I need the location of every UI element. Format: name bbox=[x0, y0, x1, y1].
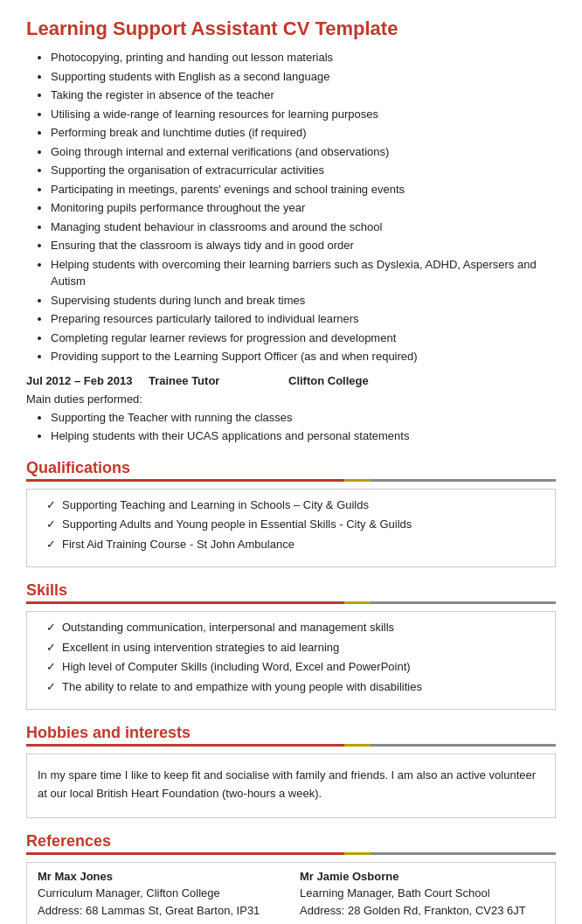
duty-item: Participating in meetings, parents' even… bbox=[51, 181, 556, 198]
duty-item: Providing support to the Learning Suppor… bbox=[51, 348, 556, 365]
duty-item: Taking the register in absence of the te… bbox=[51, 87, 556, 104]
ref2-name: Mr Jamie Osborne bbox=[300, 870, 544, 883]
reference-col-1: Mr Max Jones Curriculum Manager, Clifton… bbox=[38, 870, 282, 924]
duty-item: Performing break and lunchtime duties (i… bbox=[51, 124, 556, 142]
ref2-role: Learning Manager, Bath Court School bbox=[300, 885, 544, 903]
references-section: Mr Max Jones Curriculum Manager, Clifton… bbox=[26, 862, 556, 924]
sub-duty-item: Helping students with their UCAS applica… bbox=[51, 427, 556, 445]
duties-intro-label: Main duties performed: bbox=[26, 393, 556, 406]
duty-item: Ensuring that the classroom is always ti… bbox=[51, 237, 556, 254]
skill-item: The ability to relate to and empathize w… bbox=[46, 678, 544, 696]
job-title: Trainee Tutor bbox=[149, 374, 288, 387]
qualifications-heading: Qualifications bbox=[26, 459, 556, 477]
page-title: Learning Support Assistant CV Template bbox=[26, 17, 556, 40]
job-org: Clifton College bbox=[288, 374, 369, 387]
skills-list: Outstanding communication, interpersonal… bbox=[38, 619, 544, 695]
duty-item: Utilising a wide-range of learning resou… bbox=[51, 106, 556, 123]
sub-duties-list: Supporting the Teacher with running the … bbox=[26, 409, 556, 445]
qualification-item: First Aid Training Course - St John Ambu… bbox=[46, 536, 544, 553]
hobbies-text: In my spare time I like to keep fit and … bbox=[38, 767, 544, 803]
ref2-tel: Tel: 0253 777 3795 bbox=[300, 921, 544, 924]
duty-item: Supporting students with English as a se… bbox=[51, 68, 556, 86]
duty-item: Supervising students during lunch and br… bbox=[51, 292, 556, 309]
skills-box: Outstanding communication, interpersonal… bbox=[26, 611, 556, 710]
reference-col-2: Mr Jamie Osborne Learning Manager, Bath … bbox=[300, 870, 544, 924]
job-entry: Jul 2012 – Feb 2013 Trainee Tutor Clifto… bbox=[26, 374, 556, 387]
qualifications-divider bbox=[26, 479, 556, 482]
qualification-item: Supporting Teaching and Learning in Scho… bbox=[46, 497, 544, 514]
skill-item: High level of Computer Skills (including… bbox=[46, 658, 544, 676]
skills-divider bbox=[26, 601, 556, 604]
ref1-address: Address: 68 Lammas St, Great Barton, IP3… bbox=[38, 902, 282, 924]
skill-item: Excellent in using intervention strategi… bbox=[46, 639, 544, 657]
skill-item: Outstanding communication, interpersonal… bbox=[46, 619, 544, 636]
hobbies-heading: Hobbies and interests bbox=[26, 724, 556, 742]
duty-item: Monitoring pupils performance throughout… bbox=[51, 199, 556, 217]
job-dates: Jul 2012 – Feb 2013 bbox=[26, 374, 149, 387]
duty-item: Supporting the organisation of extracurr… bbox=[51, 162, 556, 179]
sub-duty-item: Supporting the Teacher with running the … bbox=[51, 409, 556, 427]
duty-item: Completing regular learner reviews for p… bbox=[51, 330, 556, 347]
duty-item: Preparing resources particularly tailore… bbox=[51, 310, 556, 328]
duty-item: Photocopying, printing and handing out l… bbox=[51, 49, 556, 66]
qualification-item: Supporting Adults and Young people in Es… bbox=[46, 516, 544, 533]
ref1-role: Curriculum Manager, Clifton College bbox=[38, 885, 282, 903]
references-divider bbox=[26, 852, 556, 855]
ref2-address: Address: 28 Golden Rd, Frankton, CV23 6J… bbox=[300, 902, 544, 921]
hobbies-box: In my spare time I like to keep fit and … bbox=[26, 754, 556, 818]
duty-item: Helping students with overcoming their l… bbox=[51, 256, 556, 290]
ref1-name: Mr Max Jones bbox=[38, 870, 282, 883]
references-heading: References bbox=[26, 832, 556, 851]
duties-list: Photocopying, printing and handing out l… bbox=[26, 49, 556, 365]
qualifications-list: Supporting Teaching and Learning in Scho… bbox=[38, 497, 544, 553]
qualifications-box: Supporting Teaching and Learning in Scho… bbox=[26, 489, 556, 568]
duty-item: Going through internal and external veri… bbox=[51, 143, 556, 161]
references-grid: Mr Max Jones Curriculum Manager, Clifton… bbox=[38, 870, 544, 924]
duty-item: Managing student behaviour in classrooms… bbox=[51, 219, 556, 236]
skills-heading: Skills bbox=[26, 581, 556, 600]
hobbies-divider bbox=[26, 744, 556, 747]
